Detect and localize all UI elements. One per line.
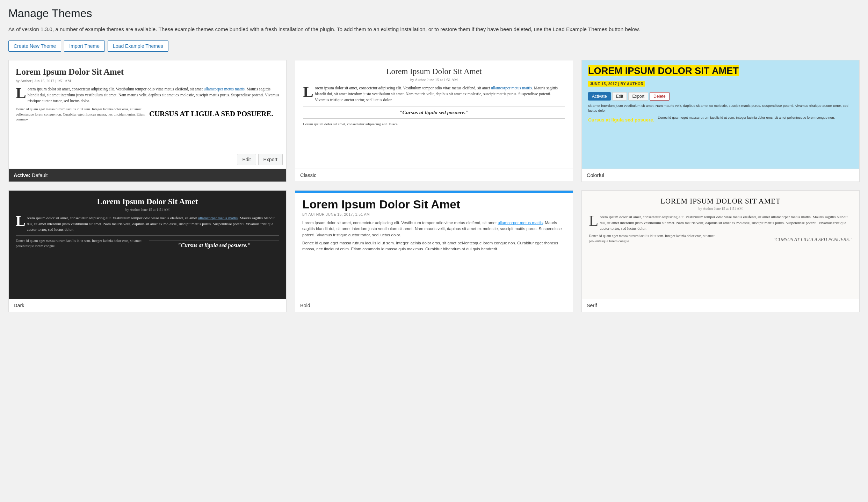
preview-title-serif: LOREM IPSUM DOLOR SIT AMET (589, 197, 852, 205)
preview-title-dark: Lorem Ipsum Dolor Sit Amet (16, 197, 279, 206)
preview-title-classic: Lorem Ipsum Dolor Sit Amet (303, 67, 565, 76)
preview-body2-serif: Donec id quam eget massa rutrum iaculis … (589, 234, 719, 246)
preview-body2-bold: Donec id quam eget massa rutrum iaculis … (302, 240, 566, 252)
theme-card-classic: Lorem Ipsum Dolor Sit Amet by Author Jun… (295, 60, 573, 182)
theme-name-colorful: Colorful (587, 172, 604, 178)
preview-date-colorful: JUNE 15, 2017 | BY AUTHOR (588, 81, 645, 87)
preview-title-bold: Lorem Ipsum Dolor Sit Amet (302, 198, 566, 211)
theme-name-serif: Serif (587, 303, 597, 308)
load-example-themes-button[interactable]: Load Example Themes (108, 40, 168, 52)
preview-body1: Lorem ipsum dolor sit amet, consectetur … (16, 86, 279, 104)
theme-footer-bold: Bold (295, 299, 573, 312)
theme-footer-default: Active: Default (9, 169, 286, 182)
theme-footer-serif: Serif (582, 299, 859, 312)
theme-footer-classic: Classic (295, 169, 573, 182)
preview-blockquote-classic: "Cursus at ligula sed posuere." (303, 106, 565, 119)
edit-button-default[interactable]: Edit (237, 154, 256, 165)
activate-button-colorful[interactable]: Activate (588, 92, 611, 101)
toolbar: Create New Theme Import Theme Load Examp… (8, 40, 860, 52)
preview-title: Lorem Ipsum Dolor Sit Amet (16, 67, 279, 77)
preview-title-colorful: LOREM IPSUM DOLOR SIT AMET (588, 65, 739, 76)
preview-body2-dark: Donec id quam eget massa rutrum iaculis … (16, 238, 146, 252)
preview-body-colorful: sit amet interdum justo vestibulum sit a… (588, 103, 853, 113)
preview-body-bold: Lorem ipsum dolor sit amet, consectetur … (302, 220, 566, 238)
delete-button-colorful[interactable]: Delete (650, 92, 670, 101)
theme-card-serif: LOREM IPSUM DOLOR SIT AMET by Author Jun… (581, 190, 860, 312)
preview-body2-classic: Lorem ipsum dolor sit amet, consectetur … (303, 121, 565, 127)
preview-byline-dark: by Author June 15 at 1:51 AM (16, 208, 279, 212)
theme-preview-serif: LOREM IPSUM DOLOR SIT AMET by Author Jun… (582, 191, 859, 299)
theme-card-dark: Lorem Ipsum Dolor Sit Amet by Author Jun… (8, 190, 287, 312)
theme-card-default: Lorem Ipsum Dolor Sit Amet by Author | J… (8, 60, 287, 182)
theme-footer-dark: Dark (9, 299, 286, 312)
theme-card-colorful: LOREM IPSUM DOLOR SIT AMET JUNE 15, 2017… (581, 60, 860, 182)
preview-byline-bold: BY AUTHOR JUNE 15, 2017, 1:51 AM (302, 213, 566, 216)
theme-name-bold: Bold (300, 303, 310, 308)
preview-blockquote-serif: "CURSUS AT LIGULA SED POSUERE." (722, 236, 852, 244)
preview-byline-classic: by Author June 15 at 1:51 AM (303, 77, 565, 82)
preview-pullquote: CURSUS AT LIGULA SED POSUERE. (149, 110, 279, 119)
export-button-default[interactable]: Export (258, 154, 283, 165)
theme-card-bold: Lorem Ipsum Dolor Sit Amet BY AUTHOR JUN… (295, 190, 573, 312)
preview-byline: by Author | Jun 15, 2017 | 1:51 AM (16, 79, 279, 83)
theme-preview-bold: Lorem Ipsum Dolor Sit Amet BY AUTHOR JUN… (295, 191, 573, 299)
preview-body2-colorful: Donec id quam eget massa rutrum iaculis … (658, 115, 835, 125)
preview-body-classic: Lorem ipsum dolor sit amet, consectetur … (303, 85, 565, 103)
theme-preview-classic: Lorem Ipsum Dolor Sit Amet by Author Jun… (295, 60, 573, 169)
preview-pullquote-colorful: Cursus at ligula sed posuere. (588, 117, 654, 123)
theme-preview-colorful: LOREM IPSUM DOLOR SIT AMET JUNE 15, 2017… (582, 60, 859, 169)
theme-preview-dark: Lorem Ipsum Dolor Sit Amet by Author Jun… (9, 191, 286, 299)
import-theme-button[interactable]: Import Theme (64, 40, 105, 52)
theme-footer-colorful: Colorful (582, 169, 859, 182)
page-title: Manage Themes (8, 7, 860, 20)
colorful-card-actions: Activate Edit Export Delete (588, 92, 853, 101)
page-description: As of version 1.3.0, a number of example… (8, 25, 842, 34)
preview-body-serif: Lorem ipsum dolor sit amet, consectetur … (589, 214, 852, 231)
preview-blockquote-dark: "Cursus at ligula sed posuere." (149, 241, 279, 250)
theme-preview-default: Lorem Ipsum Dolor Sit Amet by Author | J… (9, 60, 286, 169)
preview-byline-serif: by Author June 15 at 1:51 AM (589, 207, 852, 211)
themes-grid: Lorem Ipsum Dolor Sit Amet by Author | J… (8, 60, 860, 312)
theme-name-classic: Classic (300, 172, 316, 178)
card-actions-overlay-default: Edit Export (9, 150, 286, 169)
edit-button-colorful[interactable]: Edit (612, 92, 627, 101)
theme-name-dark: Dark (14, 303, 24, 308)
preview-body2-col: Donec id quam eget massa rutrum iaculis … (16, 107, 146, 122)
export-button-colorful[interactable]: Export (628, 92, 648, 101)
create-new-theme-button[interactable]: Create New Theme (8, 40, 61, 52)
preview-body-dark: Lorem ipsum dolor sit amet, consectetur … (16, 215, 279, 232)
